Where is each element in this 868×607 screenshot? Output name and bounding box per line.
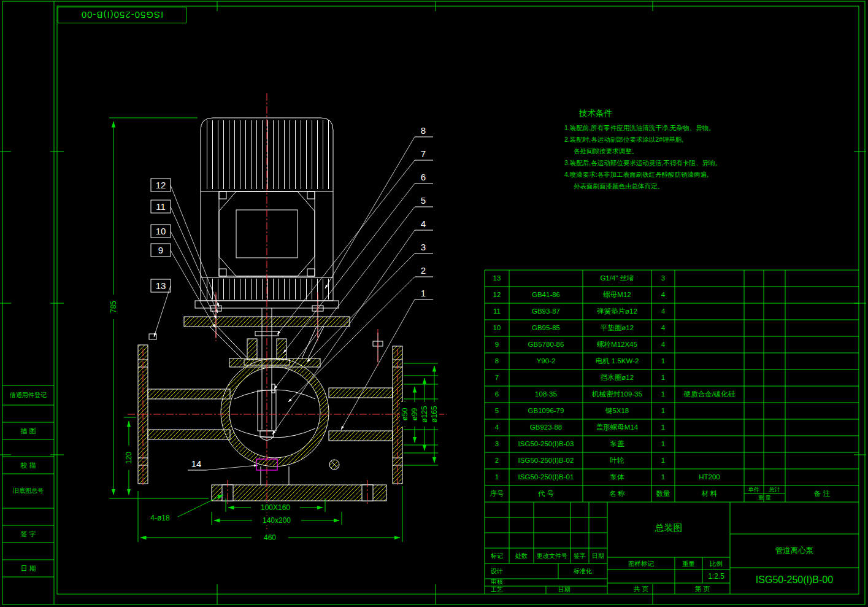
bom-header-code: 代 号 [509, 489, 583, 498]
bom-header-row: 序号 代 号 名 称 数量 材 料 单件 总计 重 量 备 注 [0, 485, 868, 502]
callout-4: 4 [415, 219, 432, 229]
bom-qty: 1 [651, 422, 675, 432]
label-mark: 标记 [485, 551, 509, 561]
bom-remark [785, 339, 859, 349]
dim-460: 460 [252, 533, 288, 543]
bom-header-weight: 重 量 [744, 494, 785, 501]
callout-6: 6 [415, 172, 432, 182]
product-name: 管道离心泵 [736, 546, 853, 555]
bom-qty: 1 [651, 439, 675, 449]
bom-name: 盖形螺母M14 [583, 422, 651, 432]
tech-line: 外表面刷面漆颜色由总体而定。 [564, 180, 758, 192]
table-row: 9GB5780-86螺栓M12X454 [0, 336, 868, 353]
bom-remark [785, 472, 859, 482]
table-row: 3ISG50-250(I)B-03泵盖1 [0, 436, 868, 452]
label-process-date: 日期 [546, 586, 583, 593]
label-scale: 比例 [702, 559, 730, 568]
callout-8: 8 [415, 126, 432, 136]
label-review: 审核 [485, 578, 509, 586]
bom-remark [785, 422, 859, 432]
bom-material: 硬质合金/碳化硅 [675, 389, 744, 399]
bom-remark [785, 439, 859, 449]
label-design: 设计 [485, 566, 509, 576]
bom-qty: 1 [651, 472, 675, 482]
bom-no: 8 [485, 356, 509, 366]
bom-material [675, 273, 744, 283]
table-row: 5GB1096-79键5X181 [0, 403, 868, 419]
bom-qty: 4 [651, 339, 675, 349]
bom-material [675, 373, 744, 382]
label-sheet-no: 第 页 [675, 584, 730, 593]
bom-remark [785, 273, 859, 283]
bom-material [675, 439, 744, 449]
label-change-doc: 更改文件号 [534, 551, 570, 561]
table-row: 7挡水圈ø121 [0, 369, 868, 386]
bom-remark [785, 356, 859, 366]
technical-requirements: 技术条件 1.装配前,所有零件应用洗油清洗干净,无杂物、异物。 2.装配时,各运… [564, 108, 758, 192]
bom-material [675, 339, 744, 349]
bom-code: Y90-2 [509, 356, 583, 366]
assembly-title: 总装图 [632, 523, 705, 533]
table-row: 2ISG50-250(I)B-02叶轮1 [0, 452, 868, 469]
bom-code: ISG50-250(I)B-02 [509, 455, 583, 465]
bom-name: 叶轮 [583, 455, 651, 465]
bom-no: 11 [485, 306, 509, 316]
bom-no: 13 [485, 273, 509, 283]
bom-qty: 4 [651, 290, 675, 300]
bom-material [675, 306, 744, 316]
bom-code [509, 273, 583, 283]
bom-qty: 3 [651, 273, 675, 283]
bom-no: 6 [485, 389, 509, 399]
bom-header-total-weight: 总计 [764, 486, 785, 493]
bom-name: 泵体 [583, 472, 651, 482]
tech-line: 4.喷漆要求:各非加工表面刷铁红丹醇酸防锈漆两遍, [564, 169, 758, 180]
label-sign: 签字 [570, 551, 589, 561]
bom-remark [785, 406, 859, 416]
bom-material [675, 422, 744, 432]
table-row: 4GB923-88盖形螺母M141 [0, 419, 868, 436]
table-row: 10GB95-85平垫圈ø124 [0, 320, 868, 336]
bom-qty: 1 [651, 455, 675, 465]
bom-code: GB93-87 [509, 306, 583, 316]
bom-no: 9 [485, 339, 509, 349]
table-row: 6108-35机械密封109-351硬质合金/碳化硅 [0, 386, 868, 403]
bom-qty: 1 [651, 356, 675, 366]
bom-header-no: 序号 [485, 489, 509, 498]
table-row: 8Y90-2电机 1.5KW-21 [0, 353, 868, 369]
bom-header-qty: 数量 [651, 489, 675, 498]
label-stamp: 图样标记 [607, 559, 675, 568]
tech-title: 技术条件 [579, 108, 758, 119]
label-process: 工艺 [485, 586, 509, 593]
bom-material: HT200 [675, 472, 744, 482]
scale-value: 1:2.5 [702, 571, 730, 581]
bom-code: GB1096-79 [509, 406, 583, 416]
bom-material [675, 455, 744, 465]
callout-5: 5 [415, 196, 432, 206]
bom-code: GB95-85 [509, 323, 583, 333]
bom-remark [785, 290, 859, 300]
bom-qty: 4 [651, 306, 675, 316]
label-standardize: 标准化 [558, 566, 607, 576]
bom-code: GB5780-86 [509, 339, 583, 349]
margin-label-signature: 签 字 [2, 529, 54, 539]
table-row: 12GB41-86螺母M124 [0, 287, 868, 303]
dim-4xd18: 4-ø18 [142, 513, 178, 523]
bom-no: 5 [485, 406, 509, 416]
bom-remark [785, 455, 859, 465]
bom-no: 1 [485, 472, 509, 482]
bom-no: 7 [485, 373, 509, 382]
tech-line: 各处间隙按要求调整。 [564, 145, 758, 157]
table-row: 1ISG50-250(I)B-01泵体1HT200 [0, 469, 868, 485]
bom-code: GB923-88 [509, 422, 583, 432]
bom-no: 3 [485, 439, 509, 449]
bom-material [675, 406, 744, 416]
bom-header-unit-weight: 单件 [744, 486, 764, 493]
bom-code: ISG50-250(I)B-03 [509, 439, 583, 449]
bom-code: 108-35 [509, 389, 583, 399]
bom-remark [785, 373, 859, 382]
callout-9: 9 [152, 246, 169, 255]
tech-line: 3.装配后,各运动部位要求运动灵活,不得有卡阻、异响。 [564, 157, 758, 169]
bom-no: 2 [485, 455, 509, 465]
margin-label-date: 日 期 [2, 563, 54, 573]
bom-no: 10 [485, 323, 509, 333]
